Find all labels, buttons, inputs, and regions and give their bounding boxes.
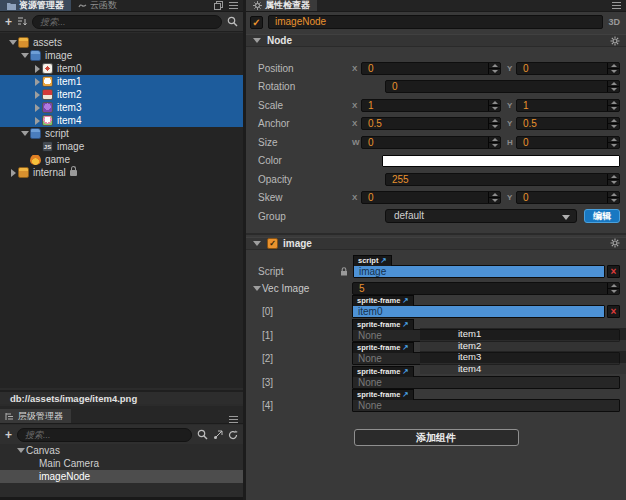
panel-menu-icon[interactable] [229, 2, 238, 9]
collapse-caret-icon[interactable] [32, 104, 42, 112]
tree-item-game-scene[interactable]: game [0, 153, 243, 166]
section-caret-icon[interactable] [252, 241, 262, 246]
sprite-frame-field-2[interactable]: None [352, 352, 620, 365]
refresh-icon[interactable] [228, 430, 238, 440]
image-component-header[interactable]: ✓ image [246, 237, 626, 250]
hierarchy-search-input[interactable] [17, 428, 192, 442]
locate-node-icon[interactable] [213, 430, 223, 440]
section-caret-icon[interactable] [252, 38, 262, 43]
collapse-caret-icon[interactable] [32, 78, 42, 86]
hierarchy-item-canvas[interactable]: Canvas [0, 444, 243, 457]
opacity-input[interactable]: 255 [385, 173, 620, 186]
stepper-arrows[interactable] [607, 137, 619, 148]
sprite-frame-field-3[interactable]: None [352, 376, 620, 389]
tree-item-assets[interactable]: assets [0, 36, 243, 49]
hierarchy-item-main-camera[interactable]: Main Camera [0, 457, 243, 470]
tab-hierarchy[interactable]: 层级管理器 [0, 409, 71, 423]
collapse-caret-icon[interactable] [32, 91, 42, 99]
stepper-arrows[interactable] [607, 174, 619, 185]
sprite-frame-field-1[interactable]: None [352, 329, 620, 342]
clear-asset-button[interactable]: × [607, 265, 620, 278]
tab-property-inspector[interactable]: 属性检查器 [246, 0, 317, 11]
collapse-caret-icon[interactable] [32, 65, 42, 73]
tree-item-script-folder[interactable]: script [0, 127, 243, 140]
skew-x-input[interactable]: 0 [361, 191, 501, 204]
stepper-arrows[interactable] [488, 100, 500, 111]
tree-item-item1[interactable]: item1 [0, 75, 243, 88]
expand-caret-icon[interactable] [20, 131, 30, 136]
clear-asset-button[interactable]: × [607, 305, 620, 318]
vec-image-entry-3: [3] sprite-frame ↗ None [246, 376, 626, 389]
stepper-arrows[interactable] [607, 81, 619, 92]
sort-icon[interactable] [17, 17, 27, 27]
tree-item-image-folder[interactable]: image [0, 49, 243, 62]
size-h-input[interactable]: 0 [516, 136, 620, 149]
expand-caret-icon[interactable] [8, 40, 18, 45]
collapse-caret-icon[interactable] [8, 169, 18, 177]
stepper-arrows[interactable] [607, 283, 619, 294]
stepper-arrows[interactable] [607, 118, 619, 129]
size-w-input[interactable]: 0 [361, 136, 501, 149]
add-component-button[interactable]: 添加组件 [354, 429, 519, 446]
tree-item-item0[interactable]: item0 [0, 62, 243, 75]
stepper-arrows[interactable] [607, 192, 619, 203]
group-edit-button[interactable]: 编辑 [584, 209, 620, 223]
node-active-checkbox[interactable]: ✓ [250, 16, 263, 29]
search-icon[interactable] [227, 16, 238, 27]
external-link-icon[interactable]: ↗ [402, 343, 408, 352]
component-settings-gear-icon[interactable] [610, 238, 620, 248]
tree-item-item2[interactable]: item2 [0, 88, 243, 101]
external-link-icon[interactable]: ↗ [402, 367, 408, 376]
hierarchy-item-imagenode[interactable]: imageNode [0, 470, 243, 483]
script-asset-field[interactable]: image [353, 265, 605, 278]
anchor-y-input[interactable]: 0.5 [516, 117, 620, 130]
stepper-arrows[interactable] [488, 192, 500, 203]
component-separator [246, 233, 626, 235]
stepper-arrows[interactable] [607, 100, 619, 111]
assets-search-input[interactable] [32, 15, 222, 29]
layout-icon[interactable] [214, 1, 223, 10]
tree-item-item3[interactable]: item3 [0, 101, 243, 114]
node-section-header[interactable]: Node [246, 34, 626, 47]
tree-item-image-script[interactable]: JS image [0, 140, 243, 153]
external-link-icon[interactable]: ↗ [381, 256, 387, 265]
stepper-arrows[interactable] [488, 137, 500, 148]
node-name-input[interactable]: imageNode [268, 15, 603, 29]
component-enabled-checkbox[interactable]: ✓ [267, 238, 278, 249]
external-link-icon[interactable]: ↗ [402, 390, 408, 399]
panel-menu-icon[interactable] [229, 416, 238, 423]
sprite-frame-field-4[interactable]: None [352, 399, 620, 412]
external-link-icon[interactable]: ↗ [402, 320, 408, 329]
scale-y-input[interactable]: 1 [516, 99, 620, 112]
position-x-input[interactable]: 0 [361, 62, 501, 75]
tree-item-internal[interactable]: internal [0, 166, 243, 179]
tab-asset-explorer[interactable]: 资源管理器 [0, 0, 71, 11]
group-select[interactable]: default [385, 209, 577, 223]
collapse-caret-icon[interactable] [32, 117, 42, 125]
stepper-arrows[interactable] [607, 63, 619, 74]
skew-y-input[interactable]: 0 [516, 191, 620, 204]
vec-image-count-input[interactable]: 5 [352, 282, 620, 295]
property-group: Group default 编辑 [246, 207, 626, 226]
stepper-arrows[interactable] [488, 118, 500, 129]
tree-item-item4[interactable]: item4 [0, 114, 243, 127]
expand-caret-icon[interactable] [20, 53, 30, 58]
rotation-input[interactable]: 0 [385, 80, 620, 93]
position-y-input[interactable]: 0 [516, 62, 620, 75]
anchor-x-input[interactable]: 0.5 [361, 117, 501, 130]
external-link-icon[interactable]: ↗ [402, 296, 408, 305]
tab-cloud-functions[interactable]: 云函数 [71, 0, 124, 11]
panel-menu-icon[interactable] [612, 2, 621, 9]
mode-3d-toggle[interactable]: 3D [608, 17, 620, 27]
array-caret-icon[interactable] [252, 286, 262, 291]
color-swatch[interactable] [382, 155, 620, 167]
stepper-arrows[interactable] [488, 63, 500, 74]
create-asset-button[interactable]: + [5, 17, 12, 27]
node-name-row: ✓ imageNode 3D [250, 15, 620, 29]
node-settings-gear-icon[interactable] [610, 36, 620, 46]
sprite-frame-field-0[interactable]: item0 [352, 305, 605, 318]
search-icon[interactable] [197, 429, 208, 440]
expand-caret-icon[interactable] [16, 448, 26, 453]
scale-x-input[interactable]: 1 [361, 99, 501, 112]
create-node-button[interactable]: + [5, 430, 12, 440]
